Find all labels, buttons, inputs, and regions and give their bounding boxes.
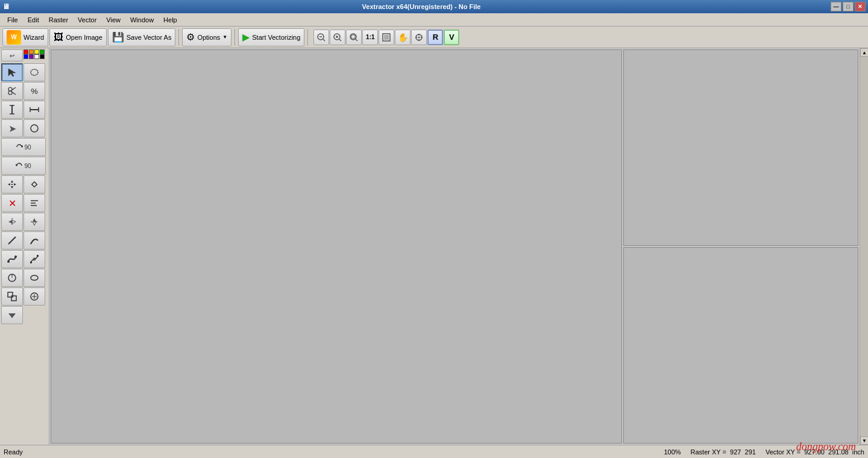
close-button[interactable]: ✕ (855, 2, 866, 11)
rotate-ccw-label: 90 (24, 163, 31, 169)
scroll-down-tool[interactable] (1, 306, 23, 324)
horizontal-line-icon (30, 105, 39, 114)
wizard-icon: W (7, 30, 21, 45)
rotate-90ccw-tool[interactable]: 90 (1, 157, 46, 175)
svg-line-2 (323, 39, 325, 41)
scroll-down-button[interactable]: ▼ (860, 436, 868, 445)
pan-button[interactable]: ✋ (395, 30, 410, 45)
svg-rect-58 (11, 296, 16, 301)
color-purple[interactable] (29, 54, 34, 59)
draw-circle-tool[interactable] (1, 269, 23, 287)
align-tool[interactable] (24, 194, 45, 212)
svg-rect-51 (30, 262, 32, 263)
move-tool[interactable] (1, 175, 23, 193)
tool-row-6 (1, 213, 48, 231)
multi-select-tool[interactable] (1, 287, 23, 306)
svg-rect-57 (8, 292, 13, 297)
node-edit-tool[interactable] (24, 250, 45, 268)
draw-bezier-tool[interactable] (1, 250, 23, 268)
menu-vector[interactable]: Vector (73, 14, 101, 26)
color-green[interactable] (40, 49, 45, 54)
tool-row-7 (1, 231, 48, 249)
extra-icon (30, 292, 39, 301)
zoom-in-button[interactable] (330, 30, 345, 45)
right-panels: dongpow.com (623, 49, 858, 444)
zoom-out-button[interactable] (313, 30, 329, 45)
vertical-line-tool[interactable] (1, 101, 23, 119)
tool-row-4: ➤ (1, 119, 48, 137)
minimize-button[interactable]: — (831, 2, 841, 11)
main-area: ↩ (0, 48, 868, 445)
zoom-area-button[interactable] (346, 30, 362, 45)
svg-point-17 (418, 36, 420, 38)
menu-help[interactable]: Help (159, 14, 182, 26)
svg-rect-37 (11, 184, 13, 185)
draw-ellipse-tool[interactable] (24, 269, 45, 287)
right-bottom-panel[interactable]: dongpow.com (623, 247, 858, 444)
right-scrollbar: ▲ ▼ (860, 48, 868, 445)
scroll-track[interactable] (860, 57, 868, 436)
draw-line-tool[interactable] (1, 231, 23, 249)
rotate-90cw-tool[interactable]: 90 (1, 138, 46, 156)
open-image-button[interactable]: 🖼 Open Image (49, 28, 107, 46)
node-tool[interactable] (24, 175, 45, 193)
menu-bar: File Edit Raster Vector View Window Help (0, 13, 868, 27)
save-vector-button[interactable]: 💾 Save Vector As (108, 28, 176, 46)
extra-tool[interactable] (24, 287, 45, 306)
menu-edit[interactable]: Edit (23, 14, 44, 26)
svg-rect-8 (351, 35, 355, 39)
tool-row-10 (1, 287, 48, 306)
zoom-level: 100% (664, 448, 681, 456)
svg-marker-33 (11, 180, 13, 183)
wizard-button[interactable]: W Wizard (2, 28, 48, 46)
menu-file[interactable]: File (2, 14, 23, 26)
undo-area: ↩ (1, 49, 23, 61)
color-orange[interactable] (29, 49, 34, 54)
options-button[interactable]: ⚙ Options ▼ (182, 28, 231, 46)
menu-view[interactable]: View (101, 14, 125, 26)
horizontal-line-tool[interactable] (24, 101, 45, 119)
flip-h-tool[interactable] (1, 213, 23, 231)
svg-line-6 (339, 39, 341, 41)
undo-button[interactable]: ↩ (1, 49, 23, 61)
tool-row-delete: ✕ (1, 194, 48, 212)
circle-tool[interactable] (24, 119, 45, 137)
zoom-out-icon (317, 33, 326, 42)
raster-panel[interactable] (51, 49, 622, 444)
select-tool[interactable] (1, 63, 23, 81)
rotate-90-label: 90 (24, 144, 31, 151)
color-white[interactable] (34, 54, 39, 59)
status-bar: Ready 100% Raster XY = 927 291 Vector XY… (0, 445, 868, 458)
color-blue[interactable] (24, 54, 28, 59)
svg-marker-44 (12, 220, 16, 224)
lasso-tool[interactable] (24, 63, 45, 81)
svg-point-49 (7, 260, 10, 263)
start-vectorizing-button[interactable]: ▶ Start Vectorizing (238, 28, 304, 46)
scroll-up-button[interactable]: ▲ (860, 48, 868, 57)
right-top-panel[interactable] (623, 49, 858, 246)
toolbox: ↩ (0, 48, 49, 445)
color-red[interactable] (24, 49, 28, 54)
options-label: Options (197, 34, 220, 41)
color-yellow[interactable] (34, 49, 39, 54)
draw-curve-tool[interactable] (24, 231, 45, 249)
separator-1 (178, 29, 179, 46)
delete-tool[interactable]: ✕ (1, 194, 23, 212)
vector-mode-button[interactable]: V (444, 30, 459, 45)
raster-mode-button[interactable]: R (427, 30, 443, 45)
tool-row-9 (1, 269, 48, 287)
flip-v-tool[interactable] (24, 213, 45, 231)
fit-window-button[interactable] (379, 30, 394, 45)
arrow-right-tool[interactable]: ➤ (1, 119, 23, 137)
percent-tool[interactable]: % (24, 82, 45, 100)
svg-marker-46 (33, 218, 36, 222)
crosshair-button[interactable] (411, 30, 427, 45)
maximize-button[interactable]: □ (843, 2, 854, 11)
color-black[interactable] (40, 54, 45, 59)
zoom-1to1-button[interactable]: 1:1 (362, 30, 378, 45)
menu-window[interactable]: Window (125, 14, 159, 26)
menu-raster[interactable]: Raster (44, 14, 73, 26)
scissors-tool[interactable] (1, 82, 23, 100)
svg-line-48 (8, 237, 16, 244)
svg-marker-34 (11, 186, 13, 189)
